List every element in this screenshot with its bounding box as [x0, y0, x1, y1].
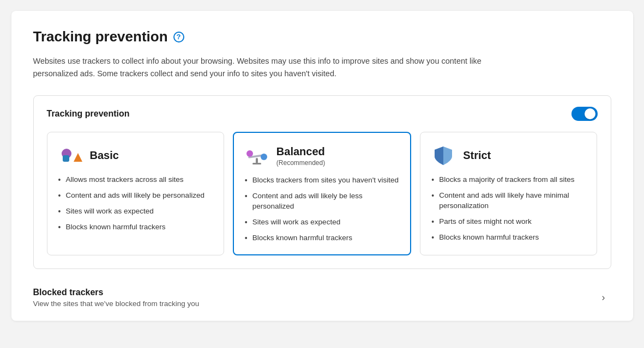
card-balanced-bullet-4: Blocks known harmful trackers: [245, 233, 399, 243]
page-container: Tracking prevention ? Websites use track…: [11, 11, 633, 321]
card-balanced-title: Balanced: [276, 145, 325, 158]
card-strict-header: Strict: [431, 143, 586, 167]
tracking-section: Tracking prevention: [33, 95, 611, 268]
toggle-wrapper: [571, 107, 598, 121]
svg-rect-1: [63, 155, 69, 162]
card-strict-bullet-4: Blocks known harmful trackers: [431, 233, 586, 243]
svg-point-6: [246, 150, 253, 157]
tracking-toggle[interactable]: [571, 107, 598, 121]
card-strict-bullet-3: Parts of sites might not work: [431, 217, 586, 227]
card-strict[interactable]: Strict Blocks a majority of trackers fro…: [420, 132, 597, 255]
balanced-icon: [245, 144, 269, 168]
card-strict-title-block: Strict: [463, 149, 491, 162]
card-basic-title-block: Basic: [90, 149, 119, 162]
card-strict-bullet-1: Blocks a majority of trackers from all s…: [431, 175, 586, 185]
card-strict-bullet-2: Content and ads will likely have minimal…: [431, 191, 586, 211]
card-balanced[interactable]: Balanced (Recommended) Blocks trackers f…: [233, 132, 411, 255]
page-title: Tracking prevention: [33, 28, 168, 45]
card-strict-title: Strict: [463, 149, 491, 162]
card-basic-bullet-3: Sites will work as expected: [58, 206, 213, 217]
toggle-knob: [585, 108, 595, 119]
card-balanced-list: Blocks trackers from sites you haven't v…: [245, 175, 399, 243]
card-balanced-subtitle: (Recommended): [276, 159, 325, 167]
card-basic-bullet-1: Allows most trackers across all sites: [58, 175, 213, 185]
card-basic-list: Allows most trackers across all sites Co…: [58, 175, 213, 233]
card-basic-bullet-2: Content and ads will likely be personali…: [58, 191, 213, 201]
chevron-right-icon[interactable]: ›: [596, 290, 611, 305]
cards-row: Basic Allows most trackers across all si…: [47, 132, 598, 255]
card-balanced-bullet-2: Content and ads will likely be less pers…: [245, 191, 399, 212]
card-basic-header: Basic: [58, 143, 213, 167]
basic-icon: [58, 143, 82, 167]
strict-icon: [431, 143, 455, 167]
page-description: Websites use trackers to collect info ab…: [33, 55, 524, 80]
section-header: Tracking prevention: [47, 107, 598, 121]
card-basic[interactable]: Basic Allows most trackers across all si…: [47, 132, 224, 255]
card-basic-title: Basic: [90, 149, 119, 162]
card-basic-bullet-4: Blocks known harmful trackers: [58, 222, 213, 233]
section-title: Tracking prevention: [47, 109, 130, 119]
page-title-row: Tracking prevention ?: [33, 28, 611, 45]
svg-rect-3: [256, 158, 258, 163]
blocked-trackers-section: Blocked trackers View the sites that we'…: [33, 282, 611, 308]
blocked-trackers-text: Blocked trackers View the sites that we'…: [33, 288, 200, 308]
card-balanced-bullet-1: Blocks trackers from sites you haven't v…: [245, 175, 399, 186]
blocked-trackers-description: View the sites that we've blocked from t…: [33, 300, 200, 308]
card-balanced-header: Balanced (Recommended): [245, 144, 399, 168]
help-icon[interactable]: ?: [173, 32, 184, 42]
card-balanced-bullet-3: Sites will work as expected: [245, 217, 399, 228]
blocked-trackers-title: Blocked trackers: [33, 288, 200, 297]
svg-rect-4: [252, 163, 261, 164]
card-strict-list: Blocks a majority of trackers from all s…: [431, 175, 586, 242]
card-balanced-title-block: Balanced (Recommended): [276, 145, 325, 167]
svg-marker-2: [74, 153, 82, 162]
svg-point-7: [261, 154, 267, 160]
